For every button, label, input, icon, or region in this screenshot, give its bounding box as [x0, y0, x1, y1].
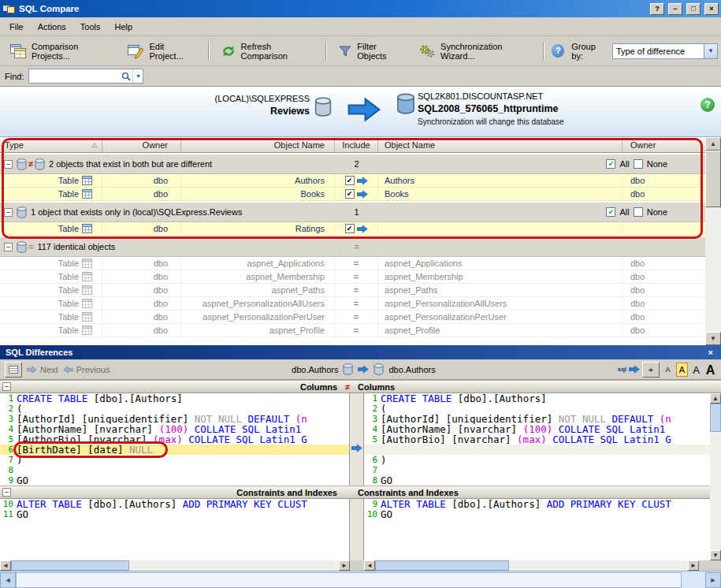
object-type-cell: Table — [0, 297, 102, 310]
collapse-icon[interactable]: − — [2, 488, 11, 497]
scroll-down-icon[interactable]: ▼ — [705, 332, 721, 345]
select-all-label[interactable]: All — [619, 159, 629, 169]
scrollbar-thumb[interactable] — [705, 151, 721, 207]
select-all-checkbox[interactable]: ✔ — [606, 207, 615, 217]
expand-sections-button[interactable]: + — [642, 362, 660, 378]
object-row[interactable]: TabledboRatings✔ — [0, 222, 705, 236]
synchronization-wizard-button[interactable]: Synchronization Wizard... — [412, 37, 538, 65]
object-row[interactable]: Tabledboaspnet_Membership=aspnet_Members… — [0, 270, 705, 284]
font-size-small-button[interactable]: A — [662, 363, 674, 377]
column-header-owner-left[interactable]: Owner — [102, 137, 181, 152]
select-all-checkbox[interactable]: ✔ — [606, 159, 615, 169]
expand-collapse-icon[interactable]: − — [4, 208, 13, 217]
scroll-down-icon[interactable]: ▼ — [710, 550, 721, 560]
scrollbar-thumb[interactable] — [11, 560, 129, 571]
select-none-label[interactable]: None — [647, 207, 667, 217]
sql-token: GO — [381, 509, 392, 519]
group-include-count: 1 — [335, 207, 378, 217]
object-row[interactable]: TabledboAuthors✔Authorsdbo — [0, 174, 705, 188]
group-row-different[interactable]: −≠2 objects that exist in both but are d… — [0, 153, 705, 174]
menu-help[interactable]: Help — [108, 19, 140, 35]
chevron-down-icon[interactable]: ▾ — [704, 44, 717, 58]
collapse-icon[interactable]: − — [2, 382, 11, 391]
left-pane-horizontal-scrollbar[interactable]: ◄ ► — [0, 560, 350, 571]
include-cell[interactable]: ✔ — [335, 188, 378, 200]
object-row[interactable]: TabledboBooks✔Booksdbo — [0, 188, 705, 201]
select-none-checkbox[interactable] — [634, 207, 643, 217]
include-checkbox[interactable]: ✔ — [345, 176, 355, 185]
scroll-right-icon[interactable]: ► — [705, 572, 721, 588]
column-header-object-right[interactable]: Object Name — [378, 137, 623, 152]
column-header-owner-right[interactable]: Owner — [623, 137, 705, 152]
scrollbar-track[interactable] — [710, 432, 721, 550]
sql-arrow-icon[interactable] — [629, 365, 640, 374]
include-cell[interactable]: ✔ — [335, 174, 378, 187]
object-row[interactable]: Tabledboaspnet_Applications=aspnet_Appli… — [0, 257, 705, 270]
layout-button[interactable] — [5, 362, 22, 378]
comparison-projects-button[interactable]: Comparison Projects... — [3, 37, 119, 65]
include-cell[interactable]: ✔ — [335, 222, 378, 235]
select-all-label[interactable]: All — [619, 207, 629, 217]
scroll-left-icon[interactable]: ◄ — [364, 560, 375, 571]
refresh-comparison-button[interactable]: Refresh Comparison — [214, 37, 321, 65]
object-row[interactable]: Tabledboaspnet_PersonalizationAllUsers=a… — [0, 297, 705, 311]
right-pane-vertical-scrollbar[interactable]: ▲ ▼ — [710, 393, 721, 560]
scroll-up-icon[interactable]: ▲ — [705, 137, 721, 151]
font-size-xlarge-button[interactable]: A — [704, 363, 716, 377]
menu-actions[interactable]: Actions — [31, 19, 73, 35]
scrollbar-thumb[interactable] — [375, 560, 509, 571]
column-header-include[interactable]: Include — [335, 137, 378, 152]
group-row-left_only[interactable]: −1 object that exists only in (local)\SQ… — [0, 201, 705, 222]
scroll-up-icon[interactable]: ▲ — [710, 393, 721, 404]
app-icon — [2, 3, 15, 15]
title-bar[interactable]: SQL Compare ? − □ × — [0, 0, 721, 17]
column-header-object-left[interactable]: Object Name — [181, 137, 335, 152]
line-number: 8 — [364, 475, 381, 486]
scroll-right-icon[interactable]: ► — [688, 560, 699, 571]
font-size-large-button[interactable]: A — [690, 363, 702, 377]
context-help-button[interactable]: ? — [650, 3, 664, 15]
group-row-identical[interactable]: −=117 identical objects= — [0, 236, 705, 257]
expand-collapse-icon[interactable]: − — [4, 160, 13, 169]
select-none-label[interactable]: None — [647, 159, 667, 169]
scrollbar-track[interactable] — [705, 207, 721, 332]
object-row[interactable]: Tabledboaspnet_Paths=aspnet_Pathsdbo — [0, 284, 705, 297]
previous-difference-button[interactable]: Previous — [63, 365, 110, 374]
sql-differences-titlebar[interactable]: SQL Differences × — [0, 345, 721, 359]
edit-project-button[interactable]: Edit Project... — [121, 37, 203, 65]
next-difference-button[interactable]: Next — [27, 365, 58, 374]
scrollbar-thumb[interactable] — [710, 404, 721, 432]
filter-objects-button[interactable]: Filter Objects — [332, 37, 411, 65]
minimize-button[interactable]: − — [668, 3, 682, 15]
help-icon[interactable]: ? — [552, 44, 564, 58]
target-sql-pane[interactable]: 9ALTER TABLE [dbo].[Authors] ADD PRIMARY… — [364, 499, 721, 560]
object-row[interactable]: Tabledboaspnet_PersonalizationPerUser=as… — [0, 311, 705, 324]
main-horizontal-scrollbar[interactable]: ◄ ► — [0, 571, 721, 588]
include-checkbox[interactable]: ✔ — [345, 189, 355, 199]
sql-script-icon[interactable]: sql — [617, 366, 626, 373]
group-by-select[interactable]: Type of difference ▾ — [612, 43, 718, 59]
font-size-medium-button[interactable]: A — [676, 363, 688, 377]
scroll-left-icon[interactable]: ◄ — [0, 572, 16, 588]
menu-file[interactable]: File — [2, 19, 31, 35]
scroll-right-icon[interactable]: ► — [339, 560, 350, 571]
maximize-button[interactable]: □ — [686, 3, 701, 15]
scroll-left-icon[interactable]: ◄ — [0, 560, 11, 571]
include-checkbox[interactable]: ✔ — [345, 224, 355, 233]
close-icon[interactable]: × — [706, 348, 715, 357]
target-sql-pane[interactable]: 1CREATE TABLE [dbo].[Authors]2(3[AuthorI… — [364, 393, 721, 486]
close-button[interactable]: × — [704, 3, 719, 15]
select-none-checkbox[interactable] — [634, 159, 643, 169]
find-input[interactable]: ▾ — [28, 69, 143, 84]
chevron-down-icon[interactable]: ▾ — [132, 69, 143, 83]
object-row[interactable]: Tabledboaspnet_Profile=aspnet_Profiledbo — [0, 324, 705, 337]
expand-collapse-icon[interactable]: − — [4, 243, 13, 251]
right-pane-horizontal-scrollbar[interactable]: ◄ ► — [364, 560, 699, 571]
grid-vertical-scrollbar[interactable]: ▲ ▼ — [705, 137, 721, 345]
help-icon[interactable]: ? — [701, 98, 715, 112]
scrollbar-thumb[interactable] — [16, 572, 682, 588]
menu-tools[interactable]: Tools — [73, 19, 108, 35]
source-sql-pane[interactable]: 1CREATE TABLE [dbo].[Authors]2(3[AuthorI… — [0, 393, 350, 486]
source-sql-pane[interactable]: 10ALTER TABLE [dbo].[Authors] ADD PRIMAR… — [0, 499, 350, 560]
column-header-type[interactable]: Type △ — [0, 137, 102, 152]
